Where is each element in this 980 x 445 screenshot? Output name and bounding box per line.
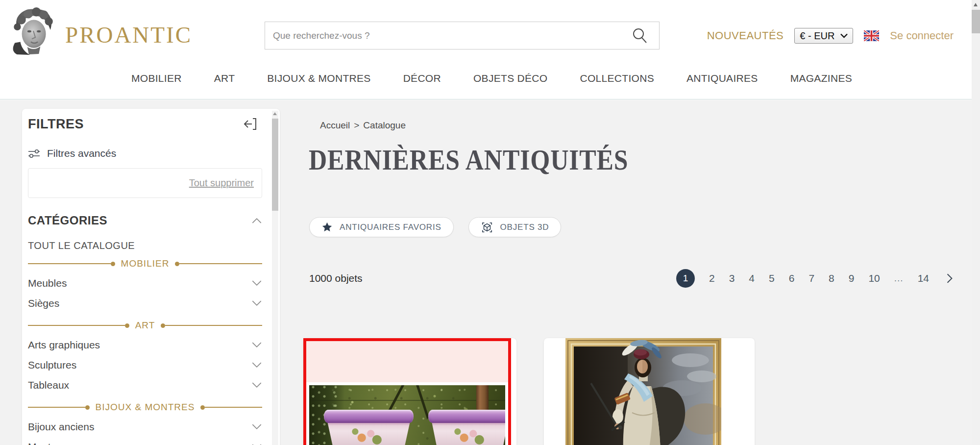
search-icon[interactable] [631, 27, 649, 45]
breadcrumb-separator: > [354, 120, 359, 131]
product-image-pots [309, 385, 505, 445]
chevron-down-icon [840, 33, 848, 38]
breadcrumb: Accueil > Catalogue [320, 120, 406, 131]
divider-bijoux-montres: BIJOUX & MONTRES [28, 398, 262, 417]
pagination-ellipsis: ... [894, 273, 904, 284]
breadcrumb-home[interactable]: Accueil [320, 120, 350, 131]
highlight-red-frame [303, 338, 511, 445]
product-grid [303, 338, 972, 445]
page-title: DERNIÈRES ANTIQUITÉS [309, 143, 628, 177]
results-pagination-row: 1000 objets 1 2 3 4 5 6 7 8 9 10 ... 14 [309, 268, 953, 289]
action-buttons: ANTIQUAIRES FAVORIS OBJETS 3D [309, 217, 561, 237]
sidebar-item-bijoux-anciens[interactable]: Bijoux anciens [28, 417, 262, 437]
advanced-filters-button[interactable]: Filtres avancés [28, 148, 262, 159]
page-3[interactable]: 3 [729, 272, 735, 284]
product-image-pink-area [306, 341, 508, 382]
page-6[interactable]: 6 [789, 272, 795, 284]
chevron-down-icon [251, 423, 262, 430]
logo-sculpture-head-icon[interactable] [7, 5, 57, 55]
divider-mobilier: MOBILIER [28, 254, 262, 273]
header-right: NOUVEAUTÉS € - EUR Se connecter [707, 28, 954, 44]
star-icon [321, 222, 333, 233]
page-10[interactable]: 10 [868, 272, 880, 284]
cube-3d-icon [481, 221, 493, 234]
nav-decor[interactable]: DÉCOR [403, 73, 441, 84]
nav-magazines[interactable]: MAGAZINES [790, 73, 852, 84]
page-5[interactable]: 5 [769, 272, 775, 284]
content-area: FILTRES Filtres avancés Tout supprimer C… [0, 100, 980, 445]
login-link[interactable]: Se connecter [890, 29, 954, 42]
page-14[interactable]: 14 [918, 272, 929, 284]
main-nav: MOBILIER ART BIJOUX & MONTRES DÉCOR OBJE… [131, 73, 852, 84]
chevron-down-icon [251, 342, 262, 348]
sidebar-item-tableaux[interactable]: Tableaux [28, 375, 262, 395]
chevron-down-icon [251, 382, 262, 388]
scroll-up-arrow-icon[interactable] [974, 3, 978, 6]
search-box [265, 22, 660, 49]
nav-mobilier[interactable]: MOBILIER [131, 73, 182, 84]
group-label-mobilier: MOBILIER [115, 258, 175, 269]
chevron-down-icon [251, 280, 262, 286]
breadcrumb-current[interactable]: Catalogue [363, 120, 406, 131]
sidebar-item-sculptures[interactable]: Sculptures [28, 355, 262, 375]
proantic-catalog-page: PROANTIC NOUVEAUTÉS € - EUR [0, 0, 980, 445]
active-filters-box: Tout supprimer [28, 168, 262, 198]
brand-name[interactable]: PROANTIC [65, 22, 192, 48]
nouveautes-link[interactable]: NOUVEAUTÉS [707, 29, 784, 42]
catalog-main: Accueil > Catalogue DERNIÈRES ANTIQUITÉS… [303, 100, 972, 445]
advanced-filters-label: Filtres avancés [47, 148, 116, 159]
sidebar-item-arts-graphiques[interactable]: Arts graphiques [28, 335, 262, 355]
chevron-up-icon [251, 218, 262, 224]
product-card-portrait[interactable] [544, 338, 755, 445]
page-4[interactable]: 4 [749, 272, 755, 284]
nav-bijoux-montres[interactable]: BIJOUX & MONTRES [267, 73, 370, 84]
page-8[interactable]: 8 [829, 272, 834, 284]
categories-header[interactable]: CATÉGORIES [28, 214, 262, 227]
nav-antiquaires[interactable]: ANTIQUAIRES [686, 73, 758, 84]
page-scrollbar[interactable] [972, 0, 980, 445]
currency-value: € - EUR [800, 30, 834, 42]
page-1-current[interactable]: 1 [676, 269, 695, 288]
nav-art[interactable]: ART [214, 73, 235, 84]
sidebar-item-montres[interactable]: Montres [28, 437, 262, 445]
search-input[interactable] [265, 22, 660, 49]
results-count: 1000 objets [309, 272, 363, 284]
chevron-down-icon [251, 362, 262, 368]
group-label-art: ART [129, 320, 161, 331]
antiquaires-favoris-button[interactable]: ANTIQUAIRES FAVORIS [309, 217, 454, 237]
sliders-icon [28, 148, 40, 159]
page-2[interactable]: 2 [709, 272, 715, 284]
scrollbar-thumb[interactable] [972, 10, 980, 33]
pagination: 1 2 3 4 5 6 7 8 9 10 ... 14 [676, 269, 953, 288]
product-card-pots-roses[interactable] [303, 338, 516, 445]
sidebar-item-meubles[interactable]: Meubles [28, 273, 262, 293]
page-7[interactable]: 7 [808, 272, 814, 284]
categories-title: CATÉGORIES [28, 214, 107, 227]
filters-sidebar: FILTRES Filtres avancés Tout supprimer C… [22, 109, 280, 445]
chevron-down-icon [251, 300, 262, 306]
clear-all-filters-link[interactable]: Tout supprimer [189, 177, 254, 189]
sidebar-scrollbar[interactable] [272, 111, 278, 445]
uk-flag-icon[interactable] [864, 30, 879, 41]
site-header: PROANTIC NOUVEAUTÉS € - EUR [0, 0, 980, 99]
page-9[interactable]: 9 [849, 272, 855, 284]
divider-art: ART [28, 316, 262, 335]
product-image-portrait [565, 338, 721, 445]
nav-collections[interactable]: COLLECTIONS [580, 73, 654, 84]
nav-objets-deco[interactable]: OBJETS DÉCO [473, 73, 548, 84]
objets-3d-button[interactable]: OBJETS 3D [468, 217, 562, 237]
filters-title: FILTRES [28, 117, 262, 132]
currency-select[interactable]: € - EUR [794, 28, 853, 44]
all-catalog-link[interactable]: TOUT LE CATALOGUE [28, 240, 262, 251]
next-page-icon[interactable] [946, 273, 953, 284]
group-label-bijoux-montres: BIJOUX & MONTRES [90, 402, 201, 413]
sidebar-item-sieges[interactable]: Sièges [28, 293, 262, 313]
